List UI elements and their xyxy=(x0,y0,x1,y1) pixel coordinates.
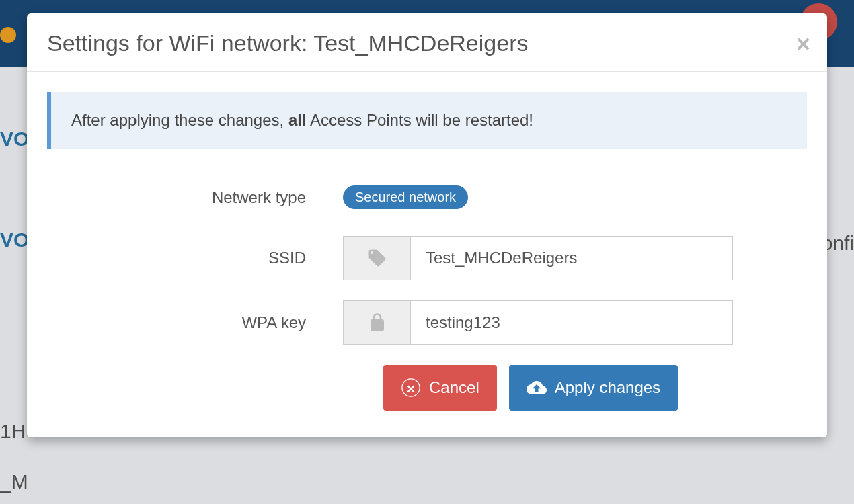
cloud-upload-icon xyxy=(527,378,547,398)
network-type-badge: Secured network xyxy=(343,185,468,209)
ssid-row: SSID xyxy=(47,236,807,280)
tag-icon xyxy=(343,236,410,280)
wpa-input[interactable] xyxy=(410,300,733,345)
restart-warning-alert: After applying these changes, all Access… xyxy=(47,92,807,149)
ssid-input[interactable] xyxy=(410,236,733,280)
wpa-label: WPA key xyxy=(47,313,343,332)
apply-button[interactable]: Apply changes xyxy=(509,365,678,411)
button-row: Cancel Apply changes xyxy=(383,365,807,411)
alert-text-pre: After applying these changes, xyxy=(71,111,288,129)
cancel-label: Cancel xyxy=(429,378,479,397)
modal-title: Settings for WiFi network: Test_MHCDeRei… xyxy=(47,30,807,56)
ssid-label: SSID xyxy=(47,249,343,267)
alert-text-bold: all xyxy=(288,111,307,129)
network-type-row: Netwerk type Secured network xyxy=(47,185,807,209)
alert-text-post: Access Points will be restarted! xyxy=(307,111,533,129)
apply-label: Apply changes xyxy=(555,378,660,397)
modal-header: Settings for WiFi network: Test_MHCDeRei… xyxy=(27,13,827,72)
cancel-button[interactable]: Cancel xyxy=(383,365,497,411)
close-icon[interactable]: × xyxy=(796,32,810,56)
wifi-settings-modal: Settings for WiFi network: Test_MHCDeRei… xyxy=(27,13,827,437)
lock-icon xyxy=(343,300,410,345)
wpa-input-group xyxy=(343,300,733,345)
cancel-icon xyxy=(401,378,421,398)
wpa-row: WPA key xyxy=(47,300,807,345)
network-type-label: Netwerk type xyxy=(47,188,343,207)
modal-body: After applying these changes, all Access… xyxy=(27,72,827,411)
ssid-input-group xyxy=(343,236,733,280)
